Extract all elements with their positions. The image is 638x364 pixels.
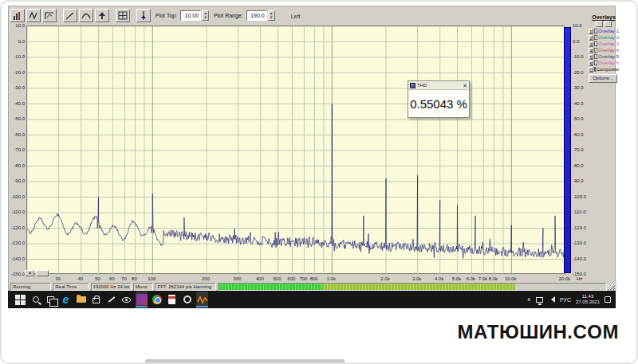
thd-popup-icon	[410, 83, 415, 88]
status-fft: FFT: 262144 pts Hanning	[155, 283, 216, 291]
y-tick-label: -140.0	[9, 256, 25, 262]
taskbar-icons: e	[8, 292, 208, 307]
overlay-row: 5Overlay 5	[589, 53, 619, 60]
status-samplerate: 192000 Hz 24-bit	[91, 283, 132, 291]
clock-time: 11:43	[576, 294, 600, 299]
overlay-row: 1Overlay 1	[589, 28, 619, 34]
x-tick-label: 100	[142, 276, 161, 281]
app-tile-button[interactable]	[136, 292, 148, 307]
network-icon[interactable]	[536, 297, 543, 303]
hscroll-left-button[interactable]: ◀	[25, 270, 34, 276]
file-explorer-button[interactable]	[75, 292, 87, 307]
overlay-checkbox[interactable]	[594, 48, 598, 53]
y-tick-label: -60.0	[9, 132, 25, 138]
language-indicator[interactable]: РУС	[560, 297, 571, 303]
action-center-icon[interactable]	[605, 296, 611, 303]
overlays-panel: Overlays 1Overlay 12Overlay 23Overlay 34…	[589, 14, 619, 83]
y-tick-label: -50.0	[9, 116, 25, 122]
y-tick-label: -50.0	[573, 116, 589, 122]
overlay-number-button[interactable]: C	[589, 67, 593, 72]
eye-icon	[122, 297, 131, 303]
resize-grip[interactable]	[608, 284, 615, 290]
overlay-checkbox[interactable]	[594, 29, 598, 33]
status-running: Running	[10, 283, 51, 291]
chrome-button[interactable]	[151, 292, 163, 307]
photos-button[interactable]	[120, 292, 132, 307]
y-tick-label: 10.0	[9, 23, 25, 29]
y-tick-label: -10.0	[9, 54, 25, 60]
spectrum-view-button[interactable]	[10, 9, 25, 22]
y-tick-label: -90.0	[9, 178, 25, 184]
edge-icon: e	[63, 294, 69, 305]
brush-icon	[108, 296, 115, 303]
store-button[interactable]	[90, 292, 102, 307]
overlay-number-button[interactable]: 2	[589, 35, 593, 41]
search-button[interactable]	[30, 292, 41, 307]
overlay-label: Overlay 1	[598, 29, 619, 33]
overlay-checkbox[interactable]	[594, 61, 598, 65]
overlay-checkbox[interactable]	[594, 35, 598, 40]
overlay-number-button[interactable]: 3	[589, 41, 593, 47]
y-tick-label: -20.0	[9, 70, 25, 76]
overlay-number-button[interactable]: 1	[589, 29, 593, 34]
x-tick-label: 400	[250, 276, 270, 281]
clock-date: 27.05.2021	[576, 299, 600, 305]
start-button[interactable]	[14, 292, 26, 307]
overlay-checkbox[interactable]	[594, 41, 598, 46]
y-tick-label: -40.0	[573, 101, 589, 107]
y-tick-label: -130.0	[9, 241, 25, 246]
y-tick-label: -150.0	[9, 272, 25, 277]
y-tick-label: -120.0	[9, 225, 25, 231]
task-view-button[interactable]	[45, 292, 57, 307]
spectrum-analyzer-window: Plot Top: 10.00 ▲▼ Plot Range: 190.0 ▲▼ …	[8, 6, 616, 291]
y-tick-label: -100.0	[9, 194, 25, 200]
overlay-row: CComposite	[589, 66, 619, 72]
thd-value: 0.55043 %	[408, 90, 469, 117]
overlay-label: Overlay 4	[598, 48, 619, 53]
y-tick-label: 0.0	[9, 39, 25, 45]
audio-analyzer-button[interactable]	[196, 292, 208, 307]
volume-icon[interactable]	[548, 296, 555, 303]
folder-icon	[77, 296, 86, 303]
overlays-options-button[interactable]: Options...	[589, 74, 617, 83]
y-tick-label: -90.0	[573, 178, 589, 184]
x-tick-label: 30	[49, 276, 68, 281]
thd-popup-title: THD	[417, 83, 461, 88]
thd-popup: THD ✕ 0.55043 %	[408, 80, 470, 118]
app-tile-icon	[136, 294, 148, 305]
x-tick-label: 2.0k	[376, 276, 395, 281]
y-tick-label: -80.0	[9, 163, 25, 169]
settings-button[interactable]	[181, 292, 193, 307]
spectrum-plot[interactable]	[26, 25, 565, 274]
paint-button[interactable]	[105, 292, 117, 307]
hscroll-thumb[interactable]	[36, 270, 49, 276]
y-tick-label: -110.0	[9, 209, 25, 215]
y-tick-label: -100.0	[573, 194, 589, 200]
overlay-checkbox[interactable]	[594, 54, 598, 59]
y-tick-label: -20.0	[573, 70, 589, 76]
watermark-text: МАТЮШИН.COM	[458, 321, 619, 343]
y-tick-label: 0.0	[573, 39, 589, 45]
buffer-progress-fill	[219, 284, 515, 290]
waveform-icon	[197, 296, 208, 304]
thd-popup-titlebar[interactable]: THD ✕	[408, 81, 469, 90]
overlay-save-button[interactable]	[596, 21, 603, 27]
document-button[interactable]	[166, 292, 178, 307]
overlay-number-button[interactable]: 5	[589, 54, 593, 60]
y-tick-label: -110.0	[573, 209, 589, 215]
overlay-number-button[interactable]: 6	[589, 61, 593, 66]
overlay-number-button[interactable]: 4	[589, 48, 593, 53]
overlay-clear-button[interactable]	[605, 21, 612, 27]
chrome-icon	[152, 295, 162, 304]
overlay-row: 2Overlay 2	[589, 34, 619, 41]
overlay-checkbox[interactable]	[594, 67, 596, 72]
peak-level-meter	[564, 27, 571, 273]
gear-icon	[183, 296, 191, 303]
overlay-row: 3Overlay 3	[589, 41, 619, 47]
y-tick-label: -80.0	[573, 163, 589, 169]
close-icon[interactable]: ✕	[463, 83, 467, 88]
hidden-icons-chevron-icon[interactable]: ∧	[527, 296, 531, 303]
shopping-bag-icon	[93, 298, 100, 303]
edge-button[interactable]: e	[60, 292, 72, 307]
clock[interactable]: 11:43 27.05.2021	[576, 294, 600, 305]
